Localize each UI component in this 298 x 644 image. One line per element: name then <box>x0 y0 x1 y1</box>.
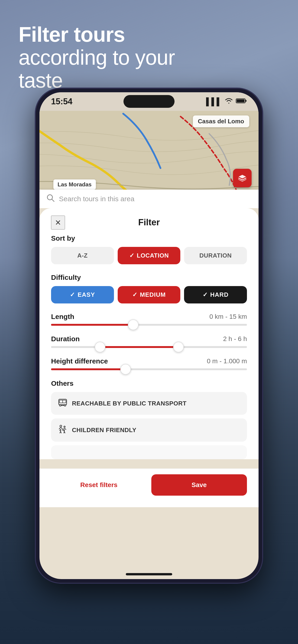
sort-by-section: Sort by A-Z ✓ LOCATION DURATION <box>51 234 247 264</box>
transport-button[interactable]: REACHABLE BY PUBLIC TRANSPORT <box>51 392 247 415</box>
location-badge: Casas del Lomo <box>193 116 249 127</box>
sort-location-label: LOCATION <box>137 252 169 259</box>
duration-slider-track[interactable] <box>51 346 247 348</box>
bottom-actions: Reset filters Save <box>40 468 258 507</box>
duration-value: 2 h - 6 h <box>223 335 247 343</box>
svg-line-5 <box>52 199 54 202</box>
sort-az-label: A-Z <box>77 252 88 259</box>
phone-wrapper: 15:54 ▌▌▌ <box>35 88 263 583</box>
phone-screen: 15:54 ▌▌▌ <box>40 92 258 579</box>
header-text-block: Filter tours according to your taste <box>19 23 175 92</box>
difficulty-easy-label: EASY <box>78 291 95 298</box>
layers-button[interactable] <box>233 169 251 187</box>
length-slider-thumb[interactable] <box>128 320 139 330</box>
svg-line-22 <box>64 432 65 433</box>
difficulty-easy-button[interactable]: ✓ EASY <box>51 286 114 304</box>
duration-slider-thumb-right[interactable] <box>173 342 184 352</box>
length-row: Length 0 km - 15 km <box>51 313 247 320</box>
dynamic-island <box>123 95 175 108</box>
duration-section: Duration 2 h - 6 h <box>51 335 247 348</box>
close-button[interactable]: × <box>51 216 65 230</box>
header-line1: Filter tours <box>19 23 125 46</box>
difficulty-label: Difficulty <box>51 274 247 282</box>
map-label: Las Moradas <box>53 180 96 190</box>
search-placeholder: Search tours in this area <box>59 195 251 203</box>
filter-panel: × Filter Sort by A-Z ✓ LOCATION <box>40 208 258 459</box>
svg-rect-2 <box>237 99 245 102</box>
filter-header: × Filter <box>51 208 247 234</box>
others-section: Others <box>51 380 247 459</box>
search-bar[interactable]: Search tours in this area <box>40 190 258 208</box>
sort-by-label: Sort by <box>51 234 247 242</box>
phone-frame: 15:54 ▌▌▌ <box>35 88 263 583</box>
length-slider-fill <box>51 324 133 326</box>
map-area: Casas del Lomo Las Moradas <box>40 111 258 208</box>
children-icon <box>58 425 67 435</box>
difficulty-hard-button[interactable]: ✓ HARD <box>184 286 247 304</box>
svg-line-17 <box>61 432 61 433</box>
length-value: 0 km - 15 km <box>209 313 247 320</box>
status-icons: ▌▌▌ <box>206 97 247 106</box>
signal-icon: ▌▌▌ <box>206 97 222 106</box>
duration-slider-fill <box>100 346 178 348</box>
transport-icon <box>58 398 67 408</box>
reset-filters-button[interactable]: Reset filters <box>51 474 147 496</box>
status-time: 15:54 <box>51 97 72 106</box>
partial-option <box>51 445 247 459</box>
length-slider-track[interactable] <box>51 324 247 326</box>
sort-location-button[interactable]: ✓ LOCATION <box>118 247 181 264</box>
height-section: Height difference 0 m - 1.000 m <box>51 357 247 370</box>
wifi-icon <box>225 97 233 106</box>
height-slider-thumb[interactable] <box>120 364 131 374</box>
header-line2: according to your <box>19 46 175 69</box>
height-row: Height difference 0 m - 1.000 m <box>51 357 247 365</box>
height-value: 0 m - 1.000 m <box>207 358 247 365</box>
length-section: Length 0 km - 15 km <box>51 313 247 326</box>
sort-duration-label: DURATION <box>199 252 232 259</box>
checkmark-medium: ✓ <box>132 291 138 298</box>
checkmark-location: ✓ <box>129 252 135 259</box>
filter-title: Filter <box>138 218 160 228</box>
transport-label: REACHABLE BY PUBLIC TRANSPORT <box>72 400 187 407</box>
checkmark-hard: ✓ <box>203 291 208 298</box>
home-indicator <box>126 573 172 576</box>
height-slider-track[interactable] <box>51 368 247 370</box>
height-label: Height difference <box>51 357 108 365</box>
difficulty-btn-group: ✓ EASY ✓ MEDIUM ✓ HARD <box>51 286 247 304</box>
sort-duration-button[interactable]: DURATION <box>184 247 247 264</box>
children-button[interactable]: CHILDREN FRIENDLY <box>51 418 247 442</box>
battery-icon <box>236 97 247 106</box>
save-button[interactable]: Save <box>151 474 247 496</box>
sort-btn-group: A-Z ✓ LOCATION DURATION <box>51 247 247 264</box>
svg-rect-1 <box>245 100 246 102</box>
others-label: Others <box>51 380 247 387</box>
duration-label: Duration <box>51 335 80 343</box>
status-bar: 15:54 ▌▌▌ <box>40 92 258 111</box>
children-label: CHILDREN FRIENDLY <box>72 426 136 434</box>
length-label: Length <box>51 313 74 320</box>
svg-point-13 <box>60 425 62 427</box>
difficulty-section: Difficulty ✓ EASY ✓ MEDIUM ✓ HARD <box>51 274 247 304</box>
svg-point-18 <box>64 426 65 428</box>
checkmark-easy: ✓ <box>70 291 75 298</box>
difficulty-medium-label: MEDIUM <box>140 291 166 298</box>
sort-az-button[interactable]: A-Z <box>51 247 114 264</box>
search-icon <box>47 194 55 204</box>
duration-row: Duration 2 h - 6 h <box>51 335 247 343</box>
height-slider-fill <box>51 368 126 370</box>
difficulty-medium-button[interactable]: ✓ MEDIUM <box>118 286 181 304</box>
duration-slider-thumb-left[interactable] <box>95 342 105 352</box>
difficulty-hard-label: HARD <box>210 291 229 298</box>
